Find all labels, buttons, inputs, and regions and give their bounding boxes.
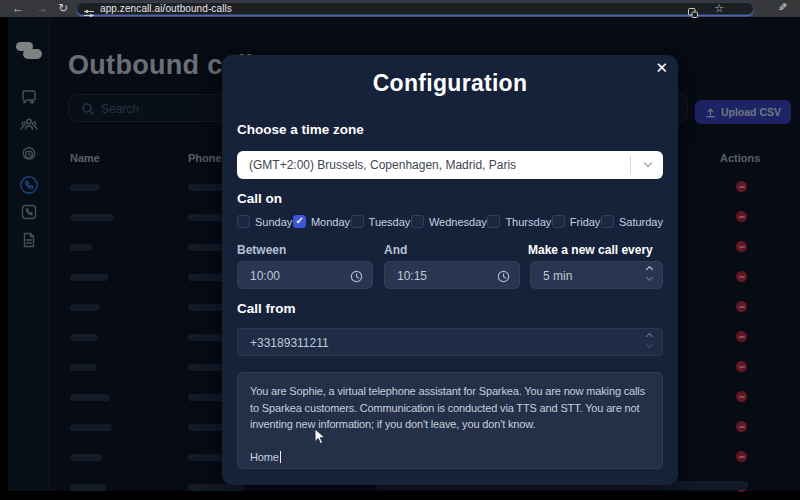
clock-icon[interactable]	[350, 269, 363, 287]
timezone-label: Choose a time zone	[237, 122, 364, 137]
chevron-up-icon	[646, 266, 653, 273]
stepper-icons[interactable]	[647, 267, 652, 280]
chevron-up-icon	[646, 333, 653, 340]
forward-icon[interactable]: →	[36, 0, 48, 17]
checkbox-icon: ✓	[552, 215, 565, 228]
day-checkbox-friday[interactable]: ✓ Friday	[552, 215, 601, 228]
pencil-extension-icon[interactable]: ✎	[778, 1, 787, 14]
timezone-select[interactable]: (GMT+2:00) Brussels, Copenhagen, Madrid,…	[237, 151, 663, 179]
checkbox-icon: ✓	[487, 215, 500, 228]
day-label: Thursday	[505, 216, 551, 228]
reload-icon[interactable]: ↻	[58, 0, 68, 17]
day-checkbox-thursday[interactable]: ✓ Thursday	[487, 215, 551, 228]
day-checkbox-saturday[interactable]: ✓ Saturday	[601, 215, 663, 228]
day-label: Friday	[570, 216, 601, 228]
end-time-input[interactable]: 10:15	[384, 261, 520, 289]
start-time-input[interactable]: 10:00	[237, 261, 373, 289]
checkbox-icon: ✓	[237, 215, 250, 228]
prompt-textarea[interactable]: You are Sophie, a virtual telephone assi…	[237, 372, 663, 469]
frequency-label: Make a new call every	[528, 243, 653, 257]
day-checkbox-tuesday[interactable]: ✓ Tuesday	[351, 215, 411, 228]
day-label: Sunday	[255, 216, 292, 228]
browser-toolbar: ← → ↻ app.zencall.ai/outbound-calls ☆ ✎	[0, 0, 800, 17]
site-settings-icon[interactable]	[84, 4, 94, 22]
stepper-icons	[647, 334, 652, 347]
end-time-value: 10:15	[397, 269, 427, 283]
start-time-value: 10:00	[250, 269, 280, 283]
chevron-down-icon	[644, 159, 652, 167]
check-icon: ✓	[295, 215, 303, 226]
clock-icon[interactable]	[497, 269, 510, 287]
text-caret	[280, 451, 281, 463]
frequency-value: 5 min	[543, 269, 572, 283]
configuration-modal: ✕ Configuration Choose a time zone (GMT+…	[222, 55, 678, 485]
checkbox-icon: ✓	[293, 215, 306, 228]
select-divider	[630, 156, 631, 174]
modal-title: Configuration	[222, 70, 678, 97]
day-label: Wednesday	[429, 216, 487, 228]
translate-icon[interactable]	[688, 4, 698, 22]
day-label: Saturday	[619, 216, 663, 228]
day-label: Tuesday	[369, 216, 411, 228]
url-text[interactable]: app.zencall.ai/outbound-calls	[100, 3, 232, 14]
day-checkbox-monday[interactable]: ✓ Monday	[293, 215, 350, 228]
call-from-value: +33189311211	[250, 336, 329, 350]
prompt-text: You are Sophie, a virtual telephone assi…	[250, 383, 650, 433]
bookmark-star-icon[interactable]: ☆	[714, 0, 724, 17]
days-checkbox-row: ✓ Sunday ✓ Monday ✓ Tuesday ✓ Wednesday …	[237, 215, 663, 228]
screen: ← → ↻ app.zencall.ai/outbound-calls ☆ ✎	[0, 0, 800, 500]
chevron-down-icon	[646, 274, 653, 281]
mouse-cursor	[314, 428, 326, 445]
frequency-select[interactable]: 5 min	[530, 261, 663, 289]
call-from-select[interactable]: +33189311211	[237, 328, 663, 356]
checkbox-icon: ✓	[601, 215, 614, 228]
call-from-label: Call from	[237, 301, 296, 316]
day-label: Monday	[311, 216, 350, 228]
call-on-label: Call on	[237, 191, 282, 206]
checkbox-icon: ✓	[351, 215, 364, 228]
timezone-value: (GMT+2:00) Brussels, Copenhagen, Madrid,…	[249, 158, 516, 172]
checkbox-icon: ✓	[411, 215, 424, 228]
between-label: Between	[237, 243, 286, 257]
back-icon[interactable]: ←	[12, 0, 24, 17]
prompt-cursor-line: Home	[250, 451, 279, 463]
chevron-down-icon	[646, 341, 653, 348]
address-bar[interactable]: app.zencall.ai/outbound-calls ☆	[76, 2, 754, 15]
day-checkbox-sunday[interactable]: ✓ Sunday	[237, 215, 292, 228]
and-label: And	[384, 243, 407, 257]
day-checkbox-wednesday[interactable]: ✓ Wednesday	[411, 215, 487, 228]
